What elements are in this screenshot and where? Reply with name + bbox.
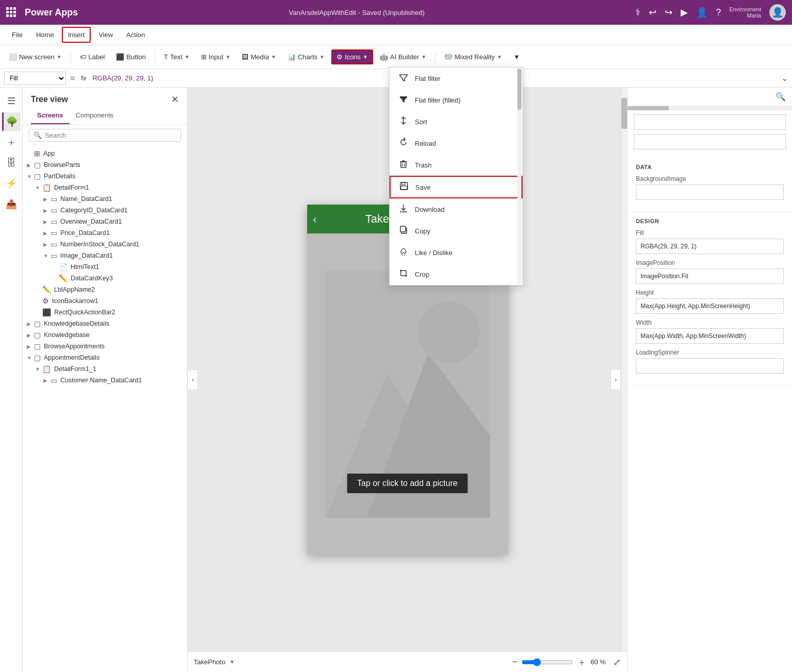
input-button[interactable]: ⊞ Input ▼ <box>196 50 235 64</box>
tree-item-rectquickactionbar2[interactable]: ⬛ RectQuickActionBar2 <box>23 307 187 318</box>
tree-item-htmltext1[interactable]: 📄 HtmlText1 <box>23 261 187 273</box>
right-top-input-1[interactable] <box>634 114 786 130</box>
svg-rect-5 <box>401 162 406 167</box>
tree-item-app[interactable]: ⊞ App <box>23 148 187 159</box>
tree-item-iconbackarrow1[interactable]: ⚙ IconBackarrow1 <box>23 295 187 307</box>
ai-builder-button[interactable]: 🤖 AI Builder ▼ <box>375 50 431 64</box>
tree-item-knowledgebase[interactable]: ▶ ▢ Knowledgebase <box>23 329 187 341</box>
dropdown-item-reload[interactable]: Reload <box>390 132 523 154</box>
zoom-slider[interactable] <box>521 658 573 666</box>
media-chevron: ▼ <box>271 54 276 60</box>
zoom-in-button[interactable]: ＋ <box>577 656 586 668</box>
publish-icon[interactable]: 📤 <box>2 195 21 213</box>
screen-chevron-icon[interactable]: ▼ <box>229 659 234 665</box>
tree-tab-screens[interactable]: Screens <box>31 107 70 124</box>
right-panel: 🔍 DATA BackgroundImage DESIGN Fill Image… <box>627 88 792 672</box>
icons-button[interactable]: ⚙ Icons ▼ <box>331 49 373 64</box>
tree-tab-components[interactable]: Components <box>70 107 120 124</box>
mixed-reality-button[interactable]: 🥽 Mixed Reality ▼ <box>440 50 507 64</box>
dropdown-item-download[interactable]: Download <box>390 198 523 220</box>
fill-label: Fill <box>636 229 784 237</box>
tree-item-name-datacard[interactable]: ▶ ▭ Name_DataCard1 <box>23 193 187 205</box>
tree-item-detailform1[interactable]: ▼ 📋 DetailForm1 <box>23 182 187 193</box>
tree-item-overview-datacard[interactable]: ▶ ▭ Overview_DataCard1 <box>23 216 187 227</box>
zoom-out-button[interactable]: − <box>512 657 517 667</box>
tree-item-categoryid-datacard[interactable]: ▶ ▭ CategoryID_DataCard1 <box>23 205 187 216</box>
fill-select[interactable]: Fill <box>4 72 66 85</box>
dropdown-item-trash[interactable]: Trash <box>390 154 523 176</box>
media-button[interactable]: 🖼 Media ▼ <box>237 50 280 64</box>
stethoscope-icon[interactable]: ⚕ <box>635 7 641 18</box>
charts-button[interactable]: 📊 Charts ▼ <box>283 50 329 64</box>
label-icon: 🏷 <box>80 53 87 61</box>
text-chevron: ▼ <box>184 54 190 60</box>
right-panel-scrollbar-thumb <box>628 106 669 110</box>
menu-action[interactable]: Action <box>121 27 150 42</box>
svg-point-3 <box>418 301 480 363</box>
imageposition-input[interactable] <box>636 268 784 284</box>
dropdown-item-flat-filter-filled[interactable]: Flat filter (filled) <box>390 89 523 111</box>
tree-item-browseappointments[interactable]: ▶ ▢ BrowseAppointments <box>23 341 187 352</box>
data-icon[interactable]: 🗄 <box>2 154 21 172</box>
dropdown-scrollbar-thumb <box>517 69 521 110</box>
new-screen-button[interactable]: ⬜ New screen ▼ <box>4 50 66 64</box>
dropdown-item-like-dislike[interactable]: Like / Dislike <box>390 242 523 263</box>
tree-close-button[interactable]: ✕ <box>171 94 179 105</box>
redo-icon[interactable]: ↪ <box>665 7 672 18</box>
width-input[interactable] <box>636 328 784 344</box>
media-icon: 🖼 <box>242 53 248 61</box>
loadingspinner-label: LoadingSpinner <box>636 349 784 356</box>
tree-item-knowledgebasedetails[interactable]: ▶ ▢ KnowledgebaseDetails <box>23 318 187 329</box>
dropdown-item-sort[interactable]: Sort <box>390 111 523 132</box>
tree-item-partdetails[interactable]: ▼ ▢ PartDetails <box>23 171 187 182</box>
background-image-input[interactable] <box>636 184 784 200</box>
tree-item-appointmentdetails[interactable]: ▼ ▢ AppointmentDetails <box>23 352 187 363</box>
canvas-scrollbar[interactable] <box>621 88 627 651</box>
height-input[interactable] <box>636 298 784 314</box>
tree-item-customername-datacard[interactable]: ▶ ▭ Customer Name_DataCard1 <box>23 375 187 386</box>
add-icon[interactable]: ＋ <box>2 133 21 152</box>
undo-icon[interactable]: ↩ <box>649 7 656 18</box>
tree-item-datacardkey3[interactable]: ✏️ DataCardKey3 <box>23 273 187 284</box>
search-input[interactable] <box>45 131 176 139</box>
label-button[interactable]: 🏷 Label <box>75 50 110 64</box>
help-icon[interactable]: ? <box>716 7 721 18</box>
text-button[interactable]: T Text ▼ <box>159 50 194 64</box>
canvas-right-arrow[interactable]: › <box>611 369 621 390</box>
formula-expand-icon[interactable]: ⌄ <box>781 73 788 83</box>
fullscreen-icon[interactable]: ⤢ <box>613 657 621 668</box>
sidebar-toggle-icon[interactable]: ☰ <box>2 92 21 110</box>
back-icon[interactable]: ‹ <box>313 213 317 225</box>
flows-icon[interactable]: ⚡ <box>2 174 21 193</box>
dropdown-item-crop[interactable]: Crop <box>390 263 523 285</box>
tree-search-box[interactable]: 🔍 <box>29 129 181 142</box>
play-icon[interactable]: ▶ <box>681 7 688 18</box>
tree-item-image-datacard[interactable]: ▼ ▭ Image_DataCard1 <box>23 250 187 261</box>
right-search-icon[interactable]: 🔍 <box>776 92 786 102</box>
dropdown-scrollbar[interactable] <box>517 69 521 284</box>
user-avatar[interactable]: 👤 <box>769 4 786 21</box>
tree-item-price-datacard[interactable]: ▶ ▭ Price_DataCard1 <box>23 227 187 239</box>
canvas-left-arrow[interactable]: › <box>188 369 198 390</box>
menu-view[interactable]: View <box>93 27 119 42</box>
tree-item-lblappname2[interactable]: ✏️ LblAppName2 <box>23 284 187 295</box>
dropdown-item-flat-filter[interactable]: Flat filter <box>390 68 523 89</box>
menu-home[interactable]: Home <box>30 27 60 42</box>
icons-icon: ⚙ <box>336 53 343 61</box>
fill-input[interactable] <box>636 239 784 254</box>
button-button[interactable]: ⬛ Button <box>111 50 150 64</box>
tree-item-browseparts[interactable]: ▶ ▢ BrowseParts <box>23 159 187 171</box>
menu-file[interactable]: File <box>6 27 28 42</box>
app-grid-icon[interactable] <box>6 7 16 18</box>
menu-insert[interactable]: Insert <box>62 27 91 43</box>
new-screen-icon: ⬜ <box>9 53 17 61</box>
loadingspinner-input[interactable] <box>636 358 784 374</box>
tree-view-icon[interactable]: 🌳 <box>2 112 21 131</box>
right-top-input-2[interactable] <box>634 134 786 149</box>
tree-item-detailform1-1[interactable]: ▼ 📋 DetailForm1_1 <box>23 363 187 375</box>
dropdown-item-save[interactable]: Save <box>390 176 523 198</box>
person-icon[interactable]: 👤 <box>696 7 707 18</box>
more-button[interactable]: ▼ <box>509 50 525 64</box>
dropdown-item-copy[interactable]: Copy <box>390 220 523 242</box>
tree-item-numberinstock-datacard[interactable]: ▶ ▭ NumberInStock_DataCard1 <box>23 239 187 250</box>
